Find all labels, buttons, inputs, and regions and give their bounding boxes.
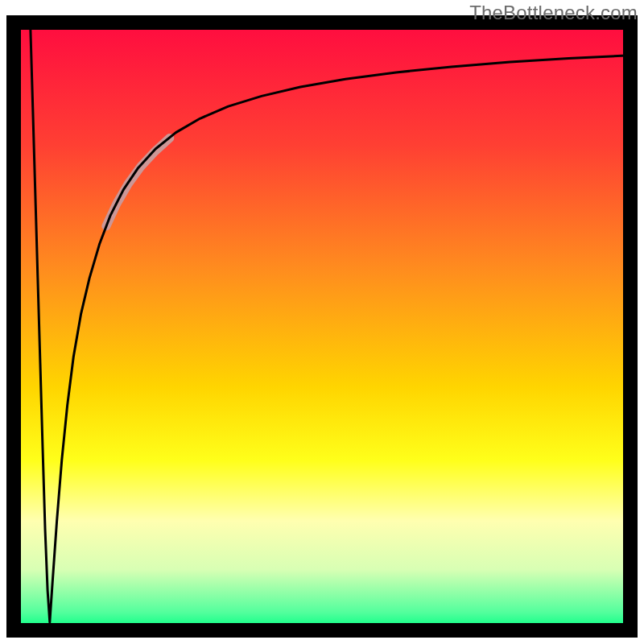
- chart-svg: [0, 0, 644, 644]
- chart-container: TheBottleneck.com: [0, 0, 644, 644]
- watermark-text: TheBottleneck.com: [469, 2, 638, 24]
- gradient-background: [14, 23, 630, 630]
